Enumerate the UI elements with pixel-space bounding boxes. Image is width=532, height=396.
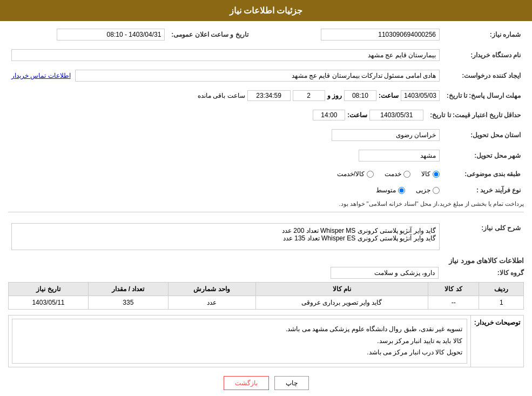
buyer-notes-line2: کالا باید به تایید انبار مرکز برسد. (17, 335, 462, 347)
send-deadline-time-label: ساعت: (379, 92, 399, 99)
announcement-date-label: تاریخ و ساعت اعلان عمومی: (168, 26, 251, 43)
purchase-type-minor-item: جزیی (416, 186, 440, 194)
send-deadline-label: مهلت ارسال پاسخ: تا تاریخ: (443, 88, 524, 103)
price-validity-label: حداقل تاریخ اعتبار قیمت: تا تاریخ: (427, 108, 524, 123)
creator-label: ایجاد کننده درخواست: (443, 68, 524, 84)
category-goods-label: کالا (421, 170, 430, 178)
info-table-1: شماره نیاز: 1103090694000256 تاریخ و ساع… (8, 26, 524, 43)
contact-link[interactable]: اطلاعات تماس خریدار (11, 72, 71, 79)
send-deadline-days: 2 (293, 90, 325, 101)
main-content: شماره نیاز: 1103090694000256 تاریخ و ساع… (0, 21, 532, 395)
creator-value: هادی امامی مسئول تدارکات بیمارستان قایم … (75, 70, 440, 82)
buttons-row: چاپ بازگشت (8, 376, 524, 390)
purchase-type-medium-label: متوسط (376, 186, 396, 194)
info-table-8: طبقه بندی موضوعی: کالا خدمت (8, 168, 524, 180)
page-header: جزئیات اطلاعات نیاز (0, 0, 532, 21)
city-label: شهر محل تحویل: (443, 147, 524, 164)
buyer-notes-line3: تحویل کالا درب انبار مرکز می باشد. (17, 347, 462, 359)
category-service-label: خدمت (385, 170, 401, 178)
description-line2: گاید وایر آنژیو پلاستی کرونری Whisper ES… (15, 234, 436, 242)
province-value: خراسان رضوی (332, 129, 440, 141)
col-header-2: نام کالا (255, 283, 428, 296)
purchase-type-medium-item: متوسط (376, 186, 405, 194)
purchase-type-minor-radio[interactable] (433, 187, 440, 194)
col-header-5: تاریخ نیاز (9, 283, 89, 296)
purchase-type-radio-group: جزیی متوسط (11, 186, 440, 194)
info-table-5: حداقل تاریخ اعتبار قیمت: تا تاریخ: 1403/… (8, 108, 524, 123)
request-number-label: شماره نیاز: (443, 26, 524, 43)
province-label: استان محل تحویل: (443, 127, 524, 143)
price-validity-date: 1403/05/31 (369, 110, 423, 120)
goods-data-table: ردیفکد کالانام کالاواحد شمارشتعداد / مقد… (8, 282, 524, 310)
category-label: طبقه بندی موضوعی: (443, 168, 524, 180)
send-deadline-remaining-label: ساعت باقی مانده (198, 92, 245, 99)
col-header-4: تعداد / مقدار (88, 283, 168, 296)
description-line1: گاید وایر آنژیو پلاستی کرونری Whisper MS… (15, 227, 436, 234)
purchase-type-label: نوع فرآیند خرید : (443, 184, 524, 196)
send-deadline-remaining: 23:34:59 (247, 90, 291, 101)
purchase-type-minor-label: جزیی (416, 186, 430, 194)
group-value: دارو، پزشکی و سلامت (331, 267, 439, 279)
category-goods-service-radio[interactable] (367, 171, 374, 178)
category-goods-service-item: کالا/خدمت (337, 170, 374, 178)
description-box: گاید وایر آنژیو پلاستی کرونری Whisper MS… (11, 223, 440, 250)
page-container: جزئیات اطلاعات نیاز شماره نیاز: 11030906… (0, 0, 532, 396)
buyer-notes-line1: تسویه غیر نقدی، طبق روال دانشگاه علوم پز… (17, 324, 462, 335)
category-goods-radio[interactable] (433, 171, 440, 178)
info-table-6: استان محل تحویل: خراسان رضوی (8, 127, 524, 143)
request-number-value: 1103090694000256 (321, 29, 440, 41)
announcement-date-value: 1403/04/31 - 08:10 (57, 29, 165, 41)
buyer-notes-box: تسویه غیر نقدی، طبق روال دانشگاه علوم پز… (12, 319, 467, 364)
info-table-7: شهر محل تحویل: مشهد (8, 147, 524, 164)
price-validity-time-label: ساعت: (347, 111, 367, 119)
info-table-9: نوع فرآیند خرید : جزیی متوسط (8, 184, 524, 196)
page-title: جزئیات اطلاعات نیاز (230, 6, 303, 15)
back-button[interactable]: بازگشت (224, 376, 269, 390)
col-header-0: ردیف (479, 283, 524, 296)
info-table-3: ایجاد کننده درخواست: هادی امامی مسئول تد… (8, 68, 524, 84)
purchase-notice: پرداخت تمام یا بخشی از مبلغ خرید،از محل … (8, 200, 524, 207)
group-label: گروه کالا: (443, 269, 524, 277)
send-deadline-time: 08:10 (344, 90, 376, 101)
info-table-2: نام دستگاه خریدار: بیمارستان قایم عج مشه… (8, 47, 524, 63)
buyer-notes-table: توصیحات خریدار: تسویه غیر نقدی، طبق روال… (8, 315, 524, 367)
table-row: 1--گاید وایر تصویر برداری عروقیعدد335140… (9, 296, 524, 310)
goods-section-title: اطلاعات کالاهای مورد نیاز (8, 257, 524, 265)
category-goods-service-label: کالا/خدمت (337, 170, 365, 178)
price-validity-time: 14:00 (313, 110, 345, 120)
description-section-label: شرح کلی نیاز: (443, 221, 524, 252)
category-service-item: خدمت (385, 170, 410, 178)
divider-1 (8, 212, 524, 217)
buyer-name-label: نام دستگاه خریدار: (443, 47, 524, 63)
col-header-1: کد کالا (428, 283, 479, 296)
city-value: مشهد (359, 150, 440, 162)
category-goods-item: کالا (421, 170, 440, 178)
description-table: شرح کلی نیاز: گاید وایر آنژیو پلاستی کرو… (8, 221, 524, 252)
send-deadline-days-label: روز و (327, 92, 342, 99)
group-row: گروه کالا: دارو، پزشکی و سلامت (8, 267, 524, 279)
category-radio-group: کالا خدمت کالا/خدمت (11, 170, 440, 178)
buyer-name-value: بیمارستان قایم عج مشهد (11, 49, 440, 61)
send-deadline-date: 1403/05/03 (401, 90, 440, 101)
info-table-4: مهلت ارسال پاسخ: تا تاریخ: 1403/05/03 سا… (8, 88, 524, 103)
col-header-3: واحد شمارش (168, 283, 255, 296)
buyer-notes-label: توصیحات خریدار: (470, 316, 523, 367)
category-service-radio[interactable] (403, 171, 410, 178)
print-button[interactable]: چاپ (274, 376, 309, 390)
purchase-type-medium-radio[interactable] (398, 187, 405, 194)
